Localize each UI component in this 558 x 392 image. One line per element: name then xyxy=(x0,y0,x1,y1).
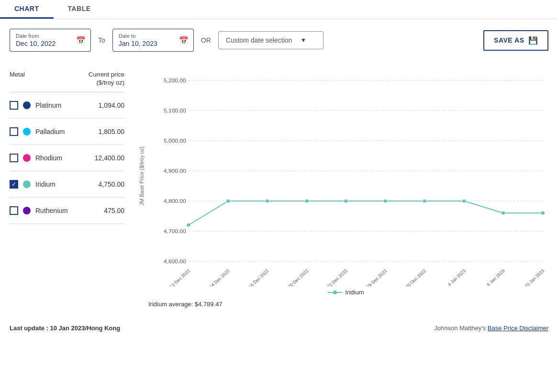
save-as-label: SAVE AS xyxy=(494,36,524,44)
svg-text:4,600.00: 4,600.00 xyxy=(164,258,186,264)
svg-point-35 xyxy=(333,291,337,294)
controls-row: Date from Dec 10, 2022 📅 To Date to Jan … xyxy=(0,19,558,61)
metal-name-rhodium: Rhodium xyxy=(35,154,90,162)
date-to-field[interactable]: Date to Jan 10, 2023 📅 xyxy=(112,29,194,52)
checkbox-palladium[interactable] xyxy=(10,127,18,136)
date-to-value: Jan 10, 2023 xyxy=(119,40,188,47)
calendar-from-icon[interactable]: 📅 xyxy=(76,36,86,45)
save-icon: 💾 xyxy=(528,36,538,45)
disclaimer-text: Johnson Matthey's xyxy=(434,325,486,332)
to-separator: To xyxy=(98,36,105,44)
metal-dot-ruthenium xyxy=(23,207,31,214)
svg-point-20 xyxy=(423,199,427,203)
svg-text:28 Dec 2022: 28 Dec 2022 xyxy=(366,268,388,286)
metals-table: Metal Current price ($/troy oz) Platinum… xyxy=(0,66,134,313)
svg-text:22 Dec 2022: 22 Dec 2022 xyxy=(326,268,348,286)
svg-text:30 Dec 2022: 30 Dec 2022 xyxy=(404,268,427,286)
disclaimer-link[interactable]: Base Price Disclaimer xyxy=(488,325,548,332)
svg-text:4,900.00: 4,900.00 xyxy=(164,168,186,173)
main-container: CHART TABLE Date from Dec 10, 2022 📅 To … xyxy=(0,0,558,392)
metal-name-ruthenium: Ruthenium xyxy=(35,207,99,214)
svg-text:16 Dec 2022: 16 Dec 2022 xyxy=(247,268,269,286)
metal-price-palladium: 1,805.00 xyxy=(99,128,125,135)
col-metal-header: Metal xyxy=(10,71,25,87)
tab-table[interactable]: TABLE xyxy=(54,0,105,19)
svg-point-19 xyxy=(383,199,388,203)
svg-point-23 xyxy=(541,211,545,215)
custom-date-label: Custom date selection xyxy=(226,36,292,44)
metal-price-iridium: 4,750.00 xyxy=(99,180,125,188)
dropdown-arrow-icon: ▼ xyxy=(301,37,306,44)
tab-chart[interactable]: CHART xyxy=(0,0,54,19)
save-as-button[interactable]: SAVE AS 💾 xyxy=(483,30,548,51)
metal-price-rhodium: 12,400.00 xyxy=(95,154,124,162)
metal-dot-iridium xyxy=(23,180,31,188)
last-update-label: Last update : xyxy=(10,325,48,332)
date-to-label: Date to xyxy=(119,33,188,39)
disclaimer: Johnson Matthey's Base Price Disclaimer xyxy=(434,325,548,332)
metal-row-ruthenium: Ruthenium475.00 xyxy=(10,198,124,224)
last-update: Last update : 10 Jan 2023/Hong Kong xyxy=(10,325,120,332)
checkbox-ruthenium[interactable] xyxy=(10,206,18,215)
svg-text:5,200.00: 5,200.00 xyxy=(164,78,186,83)
footer: Last update : 10 Jan 2023/Hong Kong John… xyxy=(0,317,558,339)
metal-rows-container: Platinum1,094.00Palladium1,805.00Rhodium… xyxy=(10,92,124,224)
metal-row-rhodium: Rhodium12,400.00 xyxy=(10,145,124,171)
metal-dot-rhodium xyxy=(23,154,31,162)
svg-text:6 Jan 2023: 6 Jan 2023 xyxy=(485,268,505,286)
last-update-value: 10 Jan 2023/Hong Kong xyxy=(50,325,121,332)
metal-row-palladium: Palladium1,805.00 xyxy=(10,119,124,145)
metal-row-platinum: Platinum1,094.00 xyxy=(10,92,124,119)
metal-row-iridium: Iridium4,750.00 xyxy=(10,171,124,198)
checkbox-rhodium[interactable] xyxy=(10,154,18,162)
main-content: Metal Current price ($/troy oz) Platinum… xyxy=(0,61,558,317)
metal-price-ruthenium: 475.00 xyxy=(104,207,124,214)
svg-text:4,700.00: 4,700.00 xyxy=(164,228,186,234)
svg-point-21 xyxy=(462,199,467,203)
svg-text:20 Dec 2022: 20 Dec 2022 xyxy=(287,268,309,286)
metal-name-platinum: Platinum xyxy=(35,101,94,109)
checkbox-iridium[interactable] xyxy=(10,180,18,189)
or-separator: OR xyxy=(201,36,211,44)
svg-text:4 Jan 2023: 4 Jan 2023 xyxy=(446,268,467,286)
y-axis-label: JM Base Price ($/troy oz) xyxy=(139,146,145,205)
calendar-to-icon[interactable]: 📅 xyxy=(179,36,189,45)
tab-bar: CHART TABLE xyxy=(0,0,558,19)
custom-date-select[interactable]: Custom date selection ▼ xyxy=(218,31,324,49)
svg-point-22 xyxy=(501,211,505,215)
iridium-legend: Iridium xyxy=(328,289,364,296)
metals-table-header: Metal Current price ($/troy oz) xyxy=(10,66,124,92)
svg-text:12 Dec 2022: 12 Dec 2022 xyxy=(168,268,191,286)
metal-dot-platinum xyxy=(23,101,31,109)
svg-text:10 Jan 2023: 10 Jan 2023 xyxy=(523,268,545,286)
svg-point-17 xyxy=(305,199,309,203)
date-from-value: Dec 10, 2022 xyxy=(16,40,85,47)
legend-line-icon xyxy=(328,290,342,295)
chart-legend: Iridium xyxy=(139,289,553,296)
svg-point-14 xyxy=(187,223,191,227)
metal-dot-palladium xyxy=(23,128,31,135)
metal-price-platinum: 1,094.00 xyxy=(99,101,125,109)
svg-text:5,100.00: 5,100.00 xyxy=(164,108,186,113)
col-price-header: Current price ($/troy oz) xyxy=(89,71,124,87)
metal-name-palladium: Palladium xyxy=(35,128,94,135)
chart-svg: 5,200.00 5,100.00 5,000.00 4,900.00 4,80… xyxy=(147,66,553,286)
svg-point-16 xyxy=(265,199,269,203)
legend-iridium-label: Iridium xyxy=(345,289,364,296)
svg-text:14 Dec 2022: 14 Dec 2022 xyxy=(208,268,231,286)
date-from-field[interactable]: Date from Dec 10, 2022 📅 xyxy=(10,29,91,52)
svg-text:4,800.00: 4,800.00 xyxy=(164,198,186,203)
svg-point-15 xyxy=(226,199,230,203)
chart-area: JM Base Price ($/troy oz) xyxy=(134,66,558,313)
checkbox-platinum[interactable] xyxy=(10,101,18,110)
svg-text:5,000.00: 5,000.00 xyxy=(164,138,186,143)
average-text: Iridium average: $4,789.47 xyxy=(139,296,553,313)
svg-point-18 xyxy=(344,199,348,203)
metal-name-iridium: Iridium xyxy=(35,180,94,188)
date-from-label: Date from xyxy=(16,33,85,39)
